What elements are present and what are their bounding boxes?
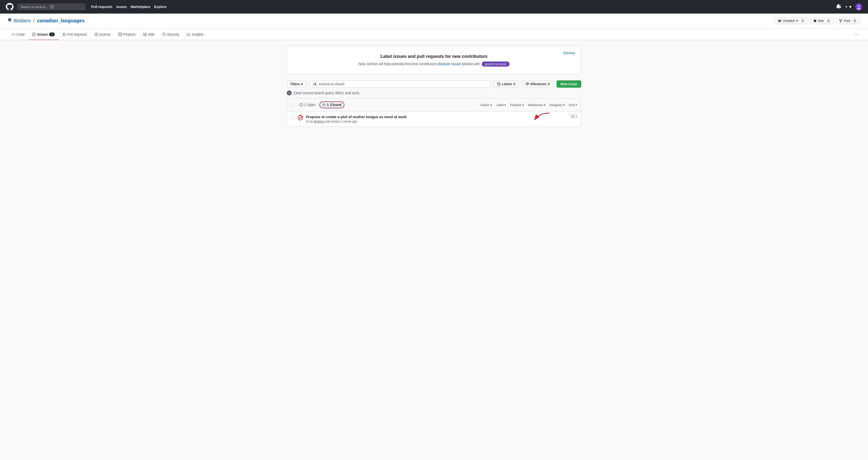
clear-filters-row: ✕ Clear current search query, filters, a… xyxy=(287,91,581,95)
tab-wiki-label: Wiki xyxy=(148,32,154,36)
filter-milestones[interactable]: Milestones ▾ xyxy=(528,103,546,107)
good-first-issue-badge: good first issue xyxy=(482,62,509,67)
nav-right: + ▾ xyxy=(836,3,862,10)
issue-content: Propose to create a plot of mother tongu… xyxy=(306,115,568,123)
filter-projects[interactable]: Projects ▾ xyxy=(510,103,524,107)
tab-wiki[interactable]: Wiki xyxy=(139,29,158,40)
notification-dot xyxy=(839,4,842,6)
tab-more-button[interactable]: ··· xyxy=(853,29,860,40)
contributor-banner: Dismiss Label issues and pull requests f… xyxy=(287,46,581,74)
issue-comments[interactable]: 1 xyxy=(571,115,577,118)
notifications-bell[interactable] xyxy=(836,4,841,10)
issue-checkbox[interactable] xyxy=(291,115,295,119)
discover-issues-link[interactable]: discover issues xyxy=(438,62,461,66)
search-placeholder: Search or jump to... xyxy=(21,5,48,9)
nav-pull-requests[interactable]: Pull requests xyxy=(91,5,113,9)
user-avatar[interactable] xyxy=(856,3,862,10)
tab-pull-requests[interactable]: Pull requests xyxy=(59,29,91,40)
issue-title-link[interactable]: Propose to create a plot of mother tongu… xyxy=(306,115,407,119)
closed-issues-tab[interactable]: 1 Closed xyxy=(319,101,344,108)
clear-filters-text: Clear current search query, filters, and… xyxy=(293,91,359,95)
tab-insights-label: Insights xyxy=(192,32,204,36)
filters-button[interactable]: Filters ▾ xyxy=(287,80,306,88)
filter-author[interactable]: Author ▾ xyxy=(480,103,492,107)
repo-owner-link[interactable]: ttimbers xyxy=(13,18,31,24)
tab-code[interactable]: Code xyxy=(8,29,28,40)
labels-button[interactable]: Labels 9 xyxy=(494,80,519,88)
tab-security-label: Security xyxy=(167,32,180,36)
issue-row: Propose to create a plot of mother tongu… xyxy=(287,111,581,127)
select-all-checkbox[interactable] xyxy=(291,103,295,107)
repo-header: ttimbers / canadian_languages Unwatch ▾ … xyxy=(0,13,868,29)
open-issues-tab[interactable]: 1 Open xyxy=(298,102,317,107)
tab-issues[interactable]: Issues 1 xyxy=(28,29,58,40)
milestones-button[interactable]: Milestones 0 xyxy=(522,80,554,88)
repo-title: ttimbers / canadian_languages xyxy=(8,18,85,24)
header-filters: Author ▾ Label ▾ Projects ▾ Milestones ▾… xyxy=(480,103,577,107)
tab-issues-label: Issues xyxy=(37,32,48,36)
tab-security[interactable]: Security xyxy=(158,29,183,40)
issue-search-box[interactable]: is:issue is:closed xyxy=(309,80,491,88)
issue-author-link[interactable]: ttimbers xyxy=(314,120,324,123)
filter-label[interactable]: Label ▾ xyxy=(496,103,506,107)
issue-toolbar: Filters ▾ is:issue is:closed Labels 9 Mi… xyxy=(287,80,581,88)
repo-name-link[interactable]: canadian_languages xyxy=(37,18,85,24)
banner-dismiss-link[interactable]: Dismiss xyxy=(563,51,575,55)
banner-title: Label issues and pull requests for new c… xyxy=(299,54,569,59)
svg-point-4 xyxy=(300,117,301,119)
search-kbd: / xyxy=(50,5,54,9)
filter-sort[interactable]: Sort ▾ xyxy=(569,103,577,107)
repo-tabs: Code Issues 1 Pull requests Actions Proj… xyxy=(0,29,868,40)
repo-actions: Unwatch ▾ 2 Star 0 Fork 0 xyxy=(775,18,860,24)
issue-meta: #1 by ttimbers was closed 1 minute ago xyxy=(306,120,568,123)
banner-description: Now, GitHub will help potential first-ti… xyxy=(299,62,569,67)
filter-assignee[interactable]: Assignee ▾ xyxy=(549,103,565,107)
nav-search[interactable]: Search or jump to... / xyxy=(18,4,85,10)
search-value: is:issue is:closed xyxy=(319,82,344,86)
tab-pr-label: Pull requests xyxy=(67,32,87,36)
star-button[interactable]: Star 0 xyxy=(810,18,834,24)
nav-marketplace[interactable]: Marketplace xyxy=(131,5,150,9)
tab-actions-label: Actions xyxy=(99,32,111,36)
repo-icon xyxy=(8,18,11,24)
tab-projects-label: Projects xyxy=(123,32,135,36)
unwatch-button[interactable]: Unwatch ▾ 2 xyxy=(775,18,808,24)
issue-status-icon xyxy=(298,115,303,120)
clear-filters-button[interactable]: ✕ xyxy=(287,91,291,95)
tab-issues-badge: 1 xyxy=(49,32,55,36)
new-issue-button[interactable]: New issue xyxy=(557,80,581,88)
nav-explore[interactable]: Explore xyxy=(154,5,166,9)
issues-list-header: 1 Open 1 Closed Author ▾ Label ▾ Project… xyxy=(287,99,581,111)
github-logo[interactable] xyxy=(6,3,13,11)
open-closed-toggle: 1 Open 1 Closed xyxy=(298,101,344,108)
tab-insights[interactable]: Insights xyxy=(183,29,207,40)
fork-button[interactable]: Fork 0 xyxy=(836,18,860,24)
tab-code-label: Code xyxy=(17,32,25,36)
nav-links: Pull requests Issues Marketplace Explore xyxy=(91,5,166,9)
nav-bar: Search or jump to... / Pull requests Iss… xyxy=(0,0,868,13)
create-new-button[interactable]: + ▾ xyxy=(845,4,851,10)
issues-container: 1 Open 1 Closed Author ▾ Label ▾ Project… xyxy=(287,98,581,127)
tab-actions[interactable]: Actions xyxy=(91,29,115,40)
svg-point-1 xyxy=(858,5,860,7)
tab-projects[interactable]: Projects xyxy=(115,29,140,40)
main-content: Dismiss Label issues and pull requests f… xyxy=(279,40,589,133)
nav-issues[interactable]: Issues xyxy=(116,5,127,9)
